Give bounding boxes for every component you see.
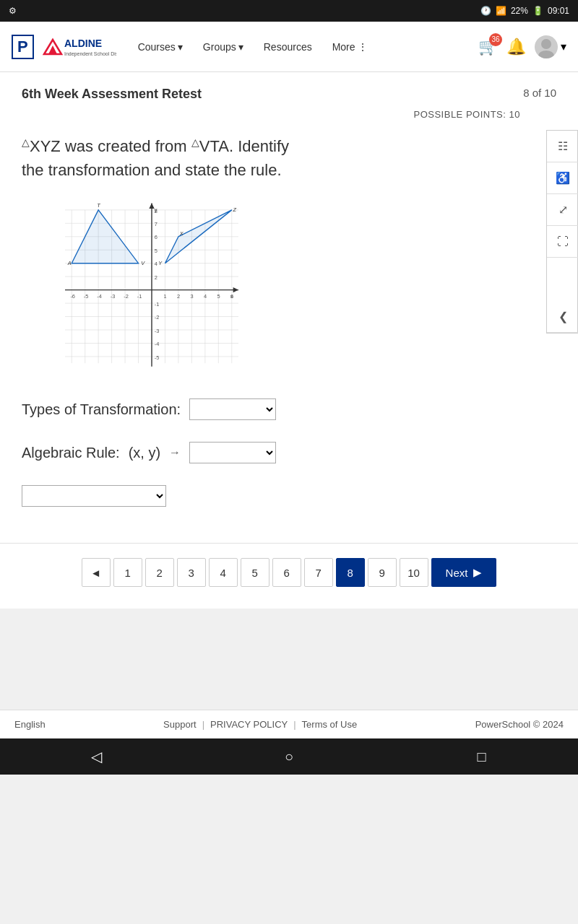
chevron-down-icon: ▾ [238,41,243,53]
page-9-button[interactable]: 9 [368,558,397,587]
assessment-title: 6th Week Assessment Retest [22,87,202,102]
next-arrow-icon: ▶ [473,566,482,579]
android-back-button[interactable]: ◁ [82,742,111,771]
svg-text:8: 8 [155,208,158,214]
pagination-bar: ◄ 1 2 3 4 5 6 7 8 9 10 Next ▶ [0,543,578,609]
svg-text:-4: -4 [97,293,102,300]
avatar-button[interactable]: ▾ [535,35,566,58]
chevron-left-icon: ❮ [558,310,568,323]
chevron-down-icon: ▾ [178,41,183,53]
svg-text:Z: Z [233,206,237,213]
settings-icon[interactable]: ⚙ [9,6,17,16]
wifi-icon: 📶 [496,6,506,16]
svg-text:-6: -6 [70,293,75,300]
svg-text:-3: -3 [155,328,160,334]
cart-button[interactable]: 🛒 36 [478,38,498,56]
page-3-button[interactable]: 3 [177,558,206,587]
footer-links: Support | PRIVACY POLICY | Terms of Use [163,719,357,730]
aldine-logo: ALDINE Independent School District [37,32,116,61]
svg-marker-34 [149,204,154,209]
status-left: ⚙ [9,6,17,16]
footer: English Support | PRIVACY POLICY | Terms… [0,710,578,738]
page-2-button[interactable]: 2 [145,558,174,587]
question-header: 6th Week Assessment Retest 8 of 10 [22,87,556,102]
coordinate-graph: x y -6 -5 -4 -3 -2 -1 1 2 3 4 5 6 8 7 6 … [65,196,238,377]
svg-text:2: 2 [177,293,180,300]
home-icon: ○ [285,749,293,765]
svg-text:6: 6 [230,293,233,300]
back-icon: ◁ [91,748,102,765]
svg-text:7: 7 [155,221,158,227]
accessibility-icon: ♿ [556,171,570,185]
nav-more[interactable]: More ⋮ [325,37,375,57]
battery-icon: 🔋 [532,6,543,16]
svg-text:Y: Y [158,260,163,266]
svg-text:-5: -5 [155,354,160,361]
nav-courses[interactable]: Courses ▾ [131,37,190,57]
svg-text:T: T [97,202,100,209]
svg-text:-1: -1 [155,301,160,308]
question-text: △XYZ was created from △VTA. Identify the… [22,134,484,182]
svg-text:A: A [67,260,72,266]
page-4-button[interactable]: 4 [209,558,238,587]
nav-links: Courses ▾ Groups ▾ Resources More ⋮ [131,37,478,57]
fullscreen-icon: ⛶ [557,235,569,248]
calculator-tool-btn[interactable]: ☷ [547,131,578,162]
avatar-chevron-icon: ▾ [561,40,566,53]
question-container: 6th Week Assessment Retest 8 of 10 POSSI… [0,72,578,543]
calculator-icon: ☷ [558,139,568,153]
status-right: 🕐 📶 22% 🔋 09:01 [480,6,569,16]
right-tools-panel: ☷ ♿ ⤢ ⛶ ❮ [546,130,578,334]
android-recents-button[interactable]: □ [467,742,496,771]
page-5-button[interactable]: 5 [241,558,269,587]
svg-text:1: 1 [164,293,167,300]
nav-groups[interactable]: Groups ▾ [196,37,251,57]
zoom-tool-btn[interactable]: ⤢ [547,194,578,226]
arrow-symbol: → [169,446,181,459]
svg-point-5 [538,51,554,58]
algebraic-select[interactable]: (-x, y) (x, -y) (-x, -y) (y, x) [189,442,276,463]
algebraic-label: Algebraic Rule: [22,445,120,461]
privacy-policy-link[interactable]: PRIVACY POLICY [210,719,288,730]
page-10-button[interactable]: 10 [400,558,428,587]
svg-text:V: V [141,260,145,266]
nav-resources[interactable]: Resources [256,37,319,57]
collapse-panel-btn[interactable]: ❮ [547,301,578,333]
avatar [535,35,558,58]
accessibility-tool-btn[interactable]: ♿ [547,162,578,194]
android-home-button[interactable]: ○ [275,742,303,771]
svg-text:6: 6 [155,234,158,240]
svg-text:-3: -3 [111,293,116,300]
logo-area: P ALDINE Independent School District [12,32,116,61]
next-button[interactable]: Next ▶ [431,558,497,587]
svg-text:4: 4 [155,261,158,267]
page-7-button[interactable]: 7 [304,558,333,587]
svg-text:-2: -2 [124,293,129,300]
content-wrapper: 6th Week Assessment Retest 8 of 10 POSSI… [0,72,578,609]
svg-text:3: 3 [191,293,194,300]
page-6-button[interactable]: 6 [272,558,301,587]
svg-point-4 [541,39,551,49]
svg-text:Independent School District: Independent School District [64,51,116,57]
nav-right: 🛒 36 🔔 ▾ [478,35,566,58]
fullscreen-tool-btn[interactable]: ⛶ [547,226,578,258]
svg-text:5: 5 [217,293,220,300]
svg-text:ALDINE: ALDINE [64,38,102,49]
svg-text:5: 5 [155,248,158,254]
page-1-button[interactable]: 1 [113,558,142,587]
recents-icon: □ [478,749,486,765]
prev-page-button[interactable]: ◄ [82,558,111,587]
svg-text:-1: -1 [137,293,142,300]
svg-text:2: 2 [155,274,158,281]
transformation-select[interactable]: Reflection Rotation Translation Dilation [189,398,276,420]
support-link[interactable]: Support [163,719,197,730]
algebraic-rule-row: Algebraic Rule: (x, y) → (-x, y) (x, -y)… [22,442,556,463]
cart-badge: 36 [489,33,502,46]
standalone-select-input[interactable]: Option 1 Option 2 Option 3 [22,485,166,507]
zoom-icon: ⤢ [558,203,568,217]
page-8-button[interactable]: 8 [336,558,365,587]
transformation-row: Types of Transformation: Reflection Rota… [22,398,556,420]
top-nav: P ALDINE Independent School District Cou… [0,22,578,72]
terms-of-use-link[interactable]: Terms of Use [302,719,358,730]
bell-icon[interactable]: 🔔 [506,38,526,56]
